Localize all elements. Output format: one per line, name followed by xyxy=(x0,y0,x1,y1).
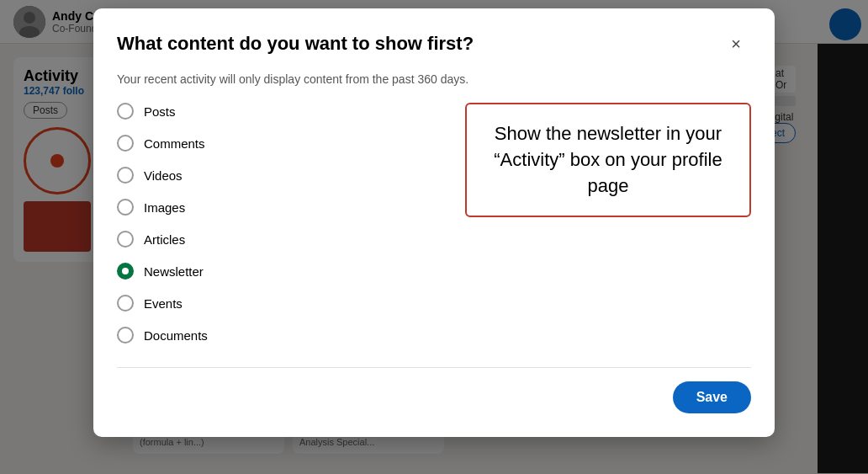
radio-events-label: Events xyxy=(144,296,183,311)
modal-footer: Save xyxy=(117,367,751,413)
radio-videos-circle xyxy=(117,167,134,184)
radio-videos[interactable]: Videos xyxy=(117,167,445,184)
modal-dialog: What content do you want to show first? … xyxy=(93,8,775,437)
radio-articles-circle xyxy=(117,231,134,248)
modal-backdrop: What content do you want to show first? … xyxy=(0,0,868,474)
annotation-text: Show the newsletter in your “Activity” b… xyxy=(487,121,729,199)
radio-documents-label: Documents xyxy=(144,328,208,343)
modal-subtitle: Your recent activity will only display c… xyxy=(117,72,751,86)
radio-articles[interactable]: Articles xyxy=(117,231,445,248)
radio-events-circle xyxy=(117,295,134,312)
radio-images-circle xyxy=(117,199,134,216)
content-type-list: Posts Comments Videos Imag xyxy=(117,103,445,344)
radio-articles-label: Articles xyxy=(144,232,185,247)
radio-documents-circle xyxy=(117,327,134,344)
radio-documents[interactable]: Documents xyxy=(117,327,445,344)
modal-header: What content do you want to show first? … xyxy=(117,29,751,59)
radio-videos-label: Videos xyxy=(144,168,183,183)
radio-comments-circle xyxy=(117,135,134,152)
radio-images[interactable]: Images xyxy=(117,199,445,216)
annotation-box: Show the newsletter in your “Activity” b… xyxy=(465,103,751,217)
modal-body: Posts Comments Videos Imag xyxy=(117,103,751,344)
radio-newsletter-label: Newsletter xyxy=(144,264,204,279)
radio-newsletter-circle xyxy=(117,263,134,280)
save-button[interactable]: Save xyxy=(673,381,751,413)
radio-comments[interactable]: Comments xyxy=(117,135,445,152)
radio-images-label: Images xyxy=(144,200,185,215)
radio-posts[interactable]: Posts xyxy=(117,103,445,120)
radio-posts-label: Posts xyxy=(144,104,176,119)
radio-comments-label: Comments xyxy=(144,136,205,151)
radio-posts-circle xyxy=(117,103,134,120)
modal-close-button[interactable]: × xyxy=(721,29,751,59)
modal-title: What content do you want to show first? xyxy=(117,33,474,55)
page-background: Andy Cr Co-Found Activity 123,747 follo … xyxy=(0,0,868,474)
radio-events[interactable]: Events xyxy=(117,295,445,312)
radio-newsletter[interactable]: Newsletter xyxy=(117,263,445,280)
